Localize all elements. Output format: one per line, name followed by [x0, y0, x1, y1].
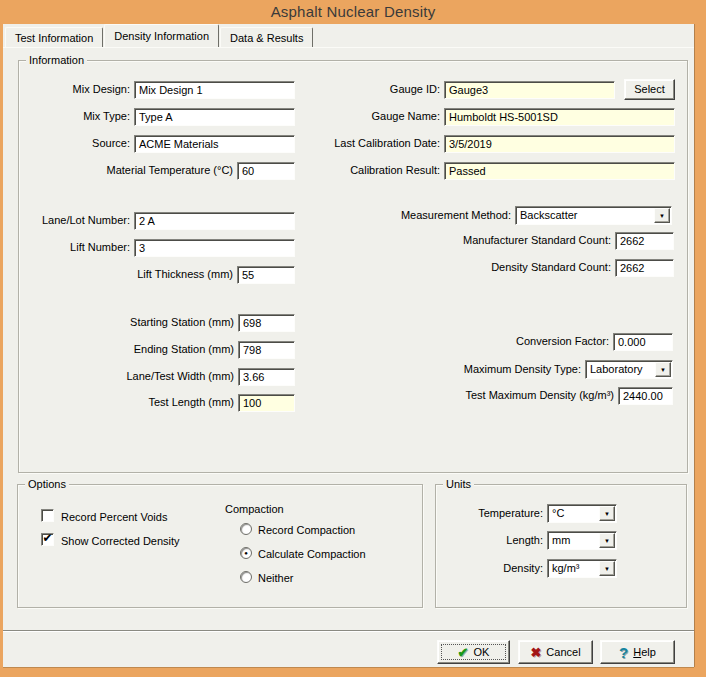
- gauge-name-label: Gauge Name:: [372, 110, 440, 123]
- footer-divider: [3, 630, 694, 632]
- temperature-unit-label: Temperature:: [478, 507, 543, 520]
- calculate-compaction-label[interactable]: Calculate Compaction: [258, 548, 366, 561]
- select-gauge-button[interactable]: Select: [624, 79, 675, 100]
- ok-button[interactable]: ✔ OK: [437, 640, 510, 664]
- starting-station-field[interactable]: 698: [238, 314, 295, 332]
- record-compaction-radio[interactable]: [240, 523, 252, 535]
- measurement-method-value: Backscatter: [520, 209, 577, 221]
- lane-test-width-label: Lane/Test Width (mm): [126, 370, 234, 383]
- source-field[interactable]: ACME Materials: [134, 135, 295, 153]
- test-length-label: Test Length (mm): [148, 396, 234, 409]
- window-title: Asphalt Nuclear Density: [0, 0, 706, 24]
- source-label: Source:: [92, 137, 130, 150]
- manufacturer-standard-count-field[interactable]: 2662: [615, 232, 674, 250]
- information-group-label: Information: [26, 54, 87, 67]
- focus-ring: [441, 644, 506, 660]
- conversion-factor-label: Conversion Factor:: [516, 335, 609, 348]
- record-percent-voids-label[interactable]: Record Percent Voids: [61, 511, 167, 524]
- neither-label[interactable]: Neither: [258, 572, 293, 585]
- options-group-label: Options: [25, 478, 69, 491]
- cancel-button[interactable]: ✖ Cancel: [518, 640, 593, 664]
- test-maximum-density-field[interactable]: 2440.00: [618, 387, 673, 405]
- maximum-density-type-dropdown[interactable]: Laboratory ▼: [585, 360, 673, 379]
- lane-lot-number-label: Lane/Lot Number:: [42, 214, 130, 227]
- chevron-down-icon[interactable]: ▼: [655, 362, 671, 377]
- manufacturer-standard-count-label: Manufacturer Standard Count:: [463, 234, 611, 247]
- record-percent-voids-checkbox[interactable]: [41, 509, 54, 522]
- compaction-group-label: Compaction: [225, 503, 284, 516]
- show-corrected-density-label[interactable]: Show Corrected Density: [61, 535, 180, 548]
- material-temperature-field[interactable]: 60: [237, 162, 295, 180]
- test-length-field[interactable]: 100: [238, 394, 295, 412]
- density-unit-label: Density:: [503, 562, 543, 575]
- mix-design-label: Mix Design:: [73, 83, 130, 96]
- tab-bar: Test Information Density Information Dat…: [5, 24, 314, 48]
- neither-radio[interactable]: [240, 571, 252, 583]
- help-question-icon: ?: [619, 646, 628, 659]
- density-unit-value: kg/m³: [552, 562, 580, 574]
- help-button-label: Help: [633, 646, 656, 658]
- mix-type-field[interactable]: Type A: [134, 108, 295, 126]
- maximum-density-type-value: Laboratory: [590, 363, 643, 375]
- tab-page-top-edge: [3, 47, 694, 48]
- length-unit-value: mm: [552, 534, 570, 546]
- tab-density-information[interactable]: Density Information: [104, 24, 219, 48]
- last-calibration-date-label: Last Calibration Date:: [334, 137, 440, 150]
- starting-station-label: Starting Station (mm): [130, 316, 234, 329]
- cancel-button-label: Cancel: [546, 646, 580, 658]
- gauge-id-label: Gauge ID:: [390, 83, 440, 96]
- radio-dot-icon: ●: [241, 548, 251, 558]
- lift-thickness-label: Lift Thickness (mm): [137, 268, 233, 281]
- tab-test-information[interactable]: Test Information: [5, 27, 103, 48]
- density-standard-count-field[interactable]: 2662: [615, 259, 674, 277]
- gauge-name-field[interactable]: Humboldt HS-5001SD: [444, 108, 675, 126]
- dialog-body: Test Information Density Information Dat…: [3, 24, 694, 667]
- ending-station-label: Ending Station (mm): [134, 343, 234, 356]
- lift-number-label: Lift Number:: [70, 241, 130, 254]
- temperature-unit-value: °C: [552, 507, 564, 519]
- tab-data-results[interactable]: Data & Results: [220, 27, 313, 48]
- calibration-result-label: Calibration Result:: [350, 164, 440, 177]
- measurement-method-label: Measurement Method:: [401, 209, 511, 222]
- calculate-compaction-radio[interactable]: ●: [240, 547, 252, 559]
- chevron-down-icon[interactable]: ▼: [599, 561, 615, 576]
- mix-type-label: Mix Type:: [83, 110, 130, 123]
- density-unit-dropdown[interactable]: kg/m³ ▼: [547, 559, 617, 578]
- measurement-method-dropdown[interactable]: Backscatter ▼: [515, 206, 672, 225]
- checkmark-icon: ✔: [42, 533, 53, 544]
- units-group-label: Units: [443, 478, 474, 491]
- density-standard-count-label: Density Standard Count:: [491, 261, 611, 274]
- material-temperature-label: Material Temperature (°C): [107, 164, 233, 177]
- chevron-down-icon[interactable]: ▼: [654, 208, 670, 223]
- mix-design-field[interactable]: Mix Design 1: [134, 81, 295, 99]
- lift-thickness-field[interactable]: 55: [237, 266, 295, 284]
- test-maximum-density-label: Test Maximum Density (kg/m³): [465, 389, 614, 402]
- temperature-unit-dropdown[interactable]: °C ▼: [547, 504, 617, 523]
- help-button[interactable]: ? Help: [600, 640, 675, 664]
- maximum-density-type-label: Maximum Density Type:: [464, 363, 581, 376]
- gauge-id-field[interactable]: Gauge3: [444, 81, 615, 99]
- last-calibration-date-field[interactable]: 3/5/2019: [444, 135, 675, 153]
- chevron-down-icon[interactable]: ▼: [599, 506, 615, 521]
- ending-station-field[interactable]: 798: [238, 341, 295, 359]
- length-unit-label: Length:: [506, 534, 543, 547]
- lane-lot-number-field[interactable]: 2 A: [134, 212, 295, 230]
- lane-test-width-field[interactable]: 3.66: [238, 368, 295, 386]
- cancel-x-icon: ✖: [530, 646, 541, 659]
- conversion-factor-field[interactable]: 0.000: [613, 333, 673, 351]
- length-unit-dropdown[interactable]: mm ▼: [547, 531, 617, 550]
- calibration-result-field[interactable]: Passed: [444, 162, 675, 180]
- lift-number-field[interactable]: 3: [134, 239, 295, 257]
- record-compaction-label[interactable]: Record Compaction: [258, 524, 355, 537]
- chevron-down-icon[interactable]: ▼: [599, 533, 615, 548]
- show-corrected-density-checkbox[interactable]: ✔: [41, 533, 54, 546]
